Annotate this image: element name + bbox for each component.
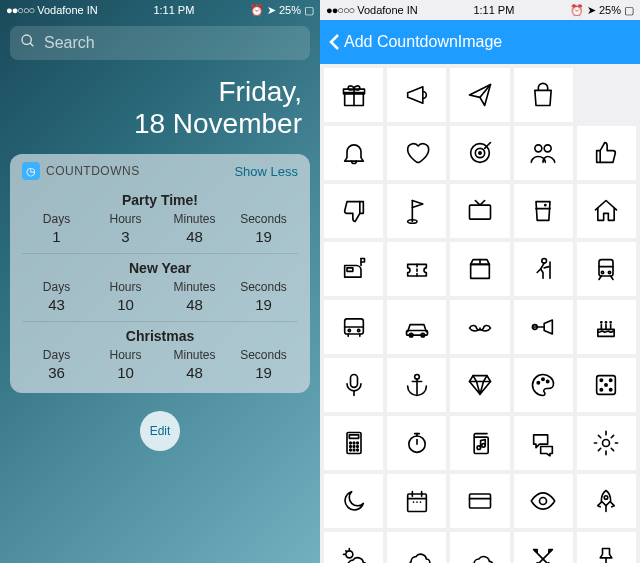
- svg-rect-19: [471, 264, 490, 278]
- svg-rect-16: [347, 268, 353, 272]
- chevron-left-icon: [328, 32, 342, 52]
- svg-point-10: [544, 145, 551, 152]
- microphone-icon[interactable]: [324, 358, 383, 412]
- countdown-minutes: Minutes48: [160, 348, 229, 381]
- svg-rect-82: [469, 494, 490, 508]
- cloud-rain-icon[interactable]: [387, 532, 446, 563]
- palette-icon[interactable]: [514, 358, 573, 412]
- svg-point-84: [540, 498, 547, 505]
- car-icon[interactable]: [387, 300, 446, 354]
- countdown-seconds: Seconds19: [229, 280, 298, 313]
- megaphone-icon[interactable]: [387, 68, 446, 122]
- svg-point-15: [545, 205, 546, 206]
- svg-point-41: [610, 322, 611, 323]
- calculator-icon[interactable]: [324, 416, 383, 470]
- battery-pct: 25%: [599, 4, 621, 16]
- edit-button[interactable]: Edit: [140, 411, 180, 451]
- countdowns-widget: ◷COUNTDOWNS Show Less Party Time!Days1Ho…: [10, 154, 310, 393]
- today-view-screen: ●●○○○Vodafone IN 1:11 PM ⏰➤25%▢ Friday, …: [0, 0, 320, 563]
- cloud-sun-icon[interactable]: [324, 532, 383, 563]
- trumpet-icon[interactable]: [514, 300, 573, 354]
- status-bar: ●●○○○Vodafone IN 1:11 PM ⏰➤25%▢: [0, 0, 320, 20]
- swords-icon[interactable]: [514, 532, 573, 563]
- countdown-days: Days43: [22, 280, 91, 313]
- countdowns-app-icon: ◷: [22, 162, 40, 180]
- cake-icon[interactable]: [577, 300, 636, 354]
- pushpin-icon[interactable]: [577, 532, 636, 563]
- svg-point-26: [602, 271, 604, 273]
- svg-point-58: [349, 442, 351, 444]
- countdown-minutes: Minutes48: [160, 212, 229, 245]
- countdown-hours: Hours10: [91, 348, 160, 381]
- svg-point-60: [356, 442, 358, 444]
- gear-icon[interactable]: [577, 416, 636, 470]
- countdown-title: Party Time!: [22, 192, 298, 208]
- battery-icon: ▢: [624, 4, 634, 17]
- thumbs-up-icon[interactable]: [577, 126, 636, 180]
- search-input[interactable]: [44, 34, 300, 52]
- bell-icon[interactable]: [324, 126, 383, 180]
- mustache-icon[interactable]: [450, 300, 509, 354]
- eye-icon[interactable]: [514, 474, 573, 528]
- countdown-row[interactable]: New YearDays43Hours10Minutes48Seconds19: [22, 253, 298, 321]
- diamond-icon[interactable]: [450, 358, 509, 412]
- alarm-icon: ⏰: [250, 4, 264, 17]
- svg-point-74: [603, 440, 610, 447]
- house-icon[interactable]: [577, 184, 636, 238]
- golf-flag-icon[interactable]: [387, 184, 446, 238]
- countdown-hours: Hours10: [91, 280, 160, 313]
- glass-icon[interactable]: [514, 184, 573, 238]
- train-icon[interactable]: [577, 242, 636, 296]
- svg-rect-13: [469, 205, 490, 219]
- countdown-row[interactable]: ChristmasDays36Hours10Minutes48Seconds19: [22, 321, 298, 389]
- countdown-hours: Hours3: [91, 212, 160, 245]
- chat-bubbles-icon[interactable]: [514, 416, 573, 470]
- svg-point-39: [601, 322, 602, 323]
- calendar-icon[interactable]: [387, 474, 446, 528]
- countdown-days: Days36: [22, 348, 91, 381]
- moon-icon[interactable]: [324, 474, 383, 528]
- tv-icon[interactable]: [450, 184, 509, 238]
- countdown-row[interactable]: Party Time!Days1Hours3Minutes48Seconds19: [22, 186, 298, 253]
- bus-icon[interactable]: [324, 300, 383, 354]
- music-files-icon[interactable]: [450, 416, 509, 470]
- battery-icon: ▢: [304, 4, 314, 17]
- date-label: Friday, 18 November: [0, 66, 320, 154]
- search-bar[interactable]: [10, 26, 310, 60]
- carrier-label: Vodafone IN: [37, 4, 98, 16]
- heart-icon[interactable]: [387, 126, 446, 180]
- countdown-title: Christmas: [22, 328, 298, 344]
- countdown-days: Days1: [22, 212, 91, 245]
- signal-dots-icon: ●●○○○: [6, 4, 34, 16]
- credit-card-icon[interactable]: [450, 474, 509, 528]
- cloud-icon[interactable]: [450, 532, 509, 563]
- clock-label: 1:11 PM: [153, 4, 194, 16]
- svg-point-64: [349, 449, 351, 451]
- thumbs-down-icon[interactable]: [324, 184, 383, 238]
- stopwatch-icon[interactable]: [387, 416, 446, 470]
- paper-plane-icon[interactable]: [450, 68, 509, 122]
- show-less-button[interactable]: Show Less: [234, 164, 298, 179]
- shopping-bag-icon[interactable]: [514, 68, 573, 122]
- gift-icon[interactable]: [324, 68, 383, 122]
- svg-line-1: [30, 43, 33, 46]
- anchor-icon[interactable]: [387, 358, 446, 412]
- rocket-icon[interactable]: [577, 474, 636, 528]
- box-icon[interactable]: [450, 242, 509, 296]
- dice-icon[interactable]: [577, 358, 636, 412]
- people-icon[interactable]: [514, 126, 573, 180]
- svg-point-9: [535, 145, 542, 152]
- svg-point-59: [353, 442, 355, 444]
- hiker-icon[interactable]: [514, 242, 573, 296]
- clock-label: 1:11 PM: [473, 4, 514, 16]
- mailbox-icon[interactable]: [324, 242, 383, 296]
- location-icon: ➤: [587, 4, 596, 17]
- target-icon[interactable]: [450, 126, 509, 180]
- carrier-label: Vodafone IN: [357, 4, 418, 16]
- svg-point-49: [547, 380, 549, 382]
- back-button[interactable]: Add Countdown: [328, 32, 458, 52]
- svg-point-47: [537, 382, 539, 384]
- ticket-icon[interactable]: [387, 242, 446, 296]
- svg-point-30: [348, 329, 350, 331]
- svg-point-53: [605, 384, 607, 386]
